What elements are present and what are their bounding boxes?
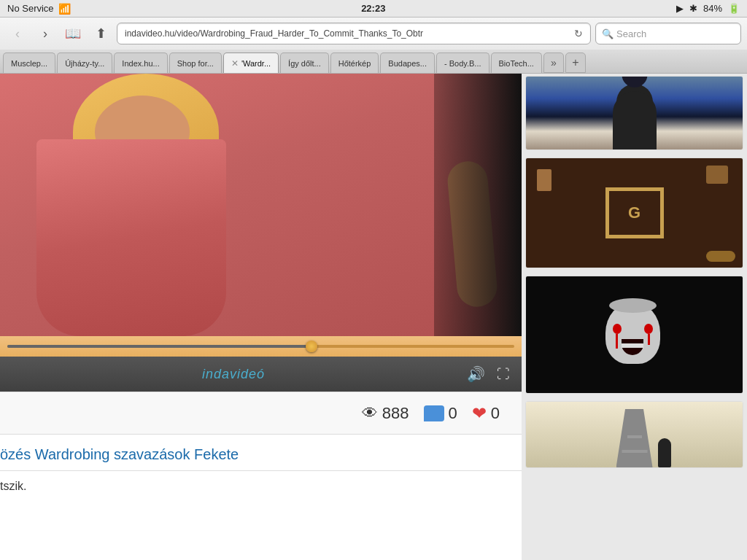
title-area: özés Wardrobing szavazások Fekete xyxy=(0,435,522,470)
video-player[interactable] xyxy=(0,74,522,336)
search-bar[interactable]: 🔍 Search xyxy=(595,23,741,44)
bluetooth-icon: ✱ xyxy=(689,3,697,14)
brand-accent: inda xyxy=(202,367,230,381)
forward-button[interactable]: › xyxy=(34,22,57,45)
tab-wardr[interactable]: ✕ 'Wardr... xyxy=(223,52,279,73)
views-stat: 👁 888 xyxy=(362,404,409,423)
eiffel-container xyxy=(616,409,653,467)
tab-musclep[interactable]: Musclep... xyxy=(3,52,55,73)
ghost-hair xyxy=(609,298,657,313)
comments-stat: 0 xyxy=(424,404,457,423)
stats-bar: 👁 888 0 ❤ 0 xyxy=(0,392,522,434)
tab-igy[interactable]: Így dőlt... xyxy=(280,52,329,73)
no-service-text: No Service xyxy=(7,3,54,14)
masonic-g: G xyxy=(628,203,640,222)
ghost-eye-right xyxy=(644,324,653,334)
fullscreen-icon[interactable]: ⛶ xyxy=(497,367,510,382)
ghost-eye-left xyxy=(613,324,622,334)
wifi-icon: 📶 xyxy=(58,3,71,15)
tabs-bar: Musclep... Újházy-ty... Index.hu... Shop… xyxy=(0,50,747,73)
likes-count: 0 xyxy=(491,404,500,423)
video-title: özés Wardrobing szavazások Fekete xyxy=(0,446,507,463)
new-tab-button[interactable]: + xyxy=(565,52,586,73)
tab-label: - Body.B... xyxy=(444,59,481,68)
progress-track[interactable] xyxy=(7,345,514,348)
eye-icon: 👁 xyxy=(362,404,378,423)
search-placeholder: Search xyxy=(616,28,646,39)
volume-icon[interactable]: 🔊 xyxy=(467,365,485,383)
search-icon: 🔍 xyxy=(602,28,614,39)
blood-tear-left xyxy=(616,334,618,349)
sidebar: G xyxy=(522,74,747,560)
sidebar-item-2[interactable]: G xyxy=(525,158,743,268)
tab-biotech[interactable]: BioTech... xyxy=(491,52,542,73)
reload-button[interactable]: ↻ xyxy=(574,28,583,39)
blood-tear-right xyxy=(648,334,650,345)
address-text: indavideo.hu/video/Wardrobing_Fraud_Hard… xyxy=(125,28,570,39)
masonic-item-2 xyxy=(537,169,551,191)
sidebar-thumb-2: G xyxy=(526,158,743,268)
ghost-teeth xyxy=(622,343,643,348)
status-bar: No Service 📶 22:23 ▶ ✱ 84% 🔋 xyxy=(0,0,747,18)
eiffel-level-2 xyxy=(627,435,642,438)
figure-silhouette xyxy=(616,84,653,135)
heart-icon: ❤ xyxy=(472,403,487,424)
tabs-overflow-button[interactable]: » xyxy=(543,52,564,73)
status-left: No Service 📶 xyxy=(7,3,71,15)
bookmarks-button[interactable]: 📖 xyxy=(61,22,85,45)
tab-label: Index.hu... xyxy=(122,59,159,68)
back-button[interactable]: ‹ xyxy=(6,22,29,45)
sidebar-thumb-3 xyxy=(526,276,743,393)
tab-close-icon[interactable]: ✕ xyxy=(231,58,239,69)
description-area: tszik. xyxy=(0,471,522,560)
comments-count: 0 xyxy=(449,404,457,423)
sidebar-thumb-4 xyxy=(526,402,743,467)
eiffel-level-1 xyxy=(622,450,647,453)
tab-label: BioTech... xyxy=(499,59,534,68)
sidebar-thumb-1 xyxy=(526,77,743,149)
description-text: tszik. xyxy=(0,480,507,493)
tab-ujhazy[interactable]: Újházy-ty... xyxy=(57,52,112,73)
browser-chrome: ‹ › 📖 ⬆ indavideo.hu/video/Wardrobing_Fr… xyxy=(0,18,747,74)
tab-index[interactable]: Index.hu... xyxy=(114,52,167,73)
tab-label: 'Wardr... xyxy=(241,59,271,68)
eiffel-tower xyxy=(616,409,653,467)
player-controls: indavideó 🔊 ⛶ xyxy=(0,357,522,392)
sidebar-item-3[interactable] xyxy=(525,276,743,394)
address-bar[interactable]: indavideo.hu/video/Wardrobing_Fraud_Hard… xyxy=(117,23,591,44)
progress-thumb[interactable] xyxy=(306,341,317,352)
comment-icon xyxy=(424,405,444,421)
progress-fill xyxy=(7,345,311,348)
likes-stat: ❤ 0 xyxy=(472,403,500,424)
dress-element xyxy=(36,139,226,336)
tab-label: Újházy-ty... xyxy=(65,59,104,68)
sidebar-item-1[interactable] xyxy=(525,76,743,150)
tab-label: Budapes... xyxy=(388,59,427,68)
tab-budapest[interactable]: Budapes... xyxy=(380,52,435,73)
tab-label: Musclep... xyxy=(11,59,47,68)
person-silhouette xyxy=(658,438,671,467)
battery-icon: 🔋 xyxy=(728,3,740,14)
masonic-item-1 xyxy=(706,166,728,184)
tab-label: Hőtérkép xyxy=(338,59,371,68)
video-area: indavideó 🔊 ⛶ 👁 888 0 ❤ 0 xyxy=(0,74,522,560)
share-button[interactable]: ⬆ xyxy=(89,22,112,45)
progress-bar[interactable] xyxy=(0,336,522,357)
tab-label: Így dőlt... xyxy=(288,59,321,68)
tab-body[interactable]: - Body.B... xyxy=(436,52,489,73)
views-count: 888 xyxy=(382,404,409,423)
video-thumbnail xyxy=(0,74,522,336)
ghost-face xyxy=(605,302,660,364)
tab-hoterkep[interactable]: Hőtérkép xyxy=(330,52,379,73)
tab-shop[interactable]: Shop for... xyxy=(169,52,222,73)
status-right: ▶ ✱ 84% 🔋 xyxy=(676,3,740,14)
main-content: indavideó 🔊 ⛶ 👁 888 0 ❤ 0 xyxy=(0,74,747,560)
ghost-figure xyxy=(605,302,664,368)
nav-bar: ‹ › 📖 ⬆ indavideo.hu/video/Wardrobing_Fr… xyxy=(0,18,747,50)
video-dark-overlay xyxy=(434,74,522,336)
comment-icon-wrapper xyxy=(424,405,444,421)
masonic-square: G xyxy=(605,187,664,238)
play-icon: ▶ xyxy=(676,3,684,14)
brand-suffix: videó xyxy=(230,367,265,381)
sidebar-item-4[interactable] xyxy=(525,401,743,468)
